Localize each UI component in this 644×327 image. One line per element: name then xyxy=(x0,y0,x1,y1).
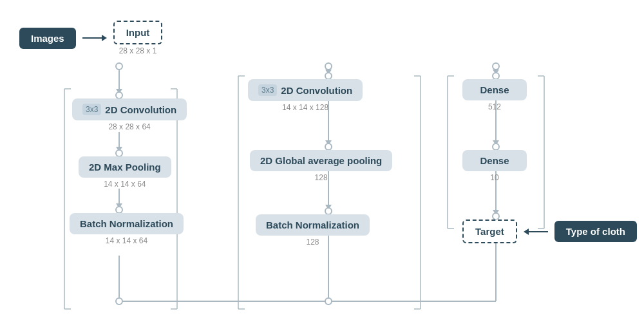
col3-dense1-node: Dense 512 xyxy=(462,79,527,111)
svg-point-11 xyxy=(116,298,122,304)
bn1-dim: 14 x 14 x 64 xyxy=(70,236,184,245)
dense1-name: Dense xyxy=(480,84,509,95)
col3-dense2-node: Dense 10 xyxy=(462,150,527,182)
dense1-dim: 512 xyxy=(462,102,527,111)
input-dim: 28 x 28 x 1 xyxy=(119,46,157,55)
col1-pool-node: 2D Max Pooling 14 x 14 x 64 xyxy=(79,156,171,189)
bn1-name: Batch Normalization xyxy=(80,218,173,229)
svg-point-19 xyxy=(325,144,332,150)
images-arrow xyxy=(82,35,107,41)
conv1-prefix: 3x3 xyxy=(82,104,101,115)
conv2-prefix: 3x3 xyxy=(258,84,277,96)
images-label: Images xyxy=(19,28,76,49)
col2-bn2-node: Batch Normalization 128 xyxy=(256,214,370,247)
svg-marker-28 xyxy=(493,70,499,75)
conv2-dim: 14 x 14 x 128 xyxy=(248,103,363,112)
conv2-name: 2D Convolution xyxy=(281,85,352,96)
dense2-dim: 10 xyxy=(462,173,527,182)
diagram-container: Images Input 28 x 28 x 1 3x3 2D Convolut… xyxy=(0,0,644,327)
svg-marker-18 xyxy=(325,140,332,145)
svg-point-29 xyxy=(493,73,499,79)
svg-marker-2 xyxy=(116,89,122,94)
svg-marker-21 xyxy=(325,205,332,210)
svg-marker-5 xyxy=(116,147,122,152)
conv1-name: 2D Convolution xyxy=(105,104,176,115)
col2-conv2-node: 3x3 2D Convolution 14 x 14 x 128 xyxy=(248,79,363,112)
target-arrow xyxy=(524,229,548,235)
svg-point-14 xyxy=(325,63,332,70)
col1-bn-node: Batch Normalization 14 x 14 x 64 xyxy=(70,213,184,245)
input-block: Input xyxy=(113,21,163,44)
gap-name: 2D Global average pooling xyxy=(260,155,382,166)
target-block: Target xyxy=(462,220,517,243)
pool-dim: 14 x 14 x 64 xyxy=(79,180,171,189)
col2-gap-node: 2D Global average pooling 128 xyxy=(250,150,392,182)
target-row: Target Type of cloth xyxy=(462,220,637,243)
svg-point-6 xyxy=(116,150,122,156)
svg-point-27 xyxy=(493,63,499,70)
svg-point-22 xyxy=(325,208,332,214)
svg-point-32 xyxy=(493,144,499,150)
svg-point-16 xyxy=(325,73,332,79)
svg-point-0 xyxy=(116,63,122,70)
svg-point-35 xyxy=(493,213,499,220)
gap-dim: 128 xyxy=(250,173,392,182)
dense2-name: Dense xyxy=(480,155,509,166)
bn2-dim: 128 xyxy=(256,238,370,247)
images-input-row: Images Input 28 x 28 x 1 xyxy=(19,21,162,55)
svg-point-24 xyxy=(325,298,332,304)
col1-conv1-node: 3x3 2D Convolution 28 x 28 x 64 xyxy=(72,98,187,131)
pool-name: 2D Max Pooling xyxy=(89,162,161,173)
conv1-dim: 28 x 28 x 64 xyxy=(72,122,187,131)
type-of-cloth-label: Type of cloth xyxy=(554,221,637,242)
svg-marker-31 xyxy=(493,140,499,145)
svg-marker-15 xyxy=(325,70,332,75)
svg-marker-34 xyxy=(493,210,499,215)
svg-marker-8 xyxy=(116,203,122,209)
bn2-name: Batch Normalization xyxy=(266,220,359,230)
svg-point-3 xyxy=(116,92,122,98)
svg-point-9 xyxy=(116,207,122,213)
